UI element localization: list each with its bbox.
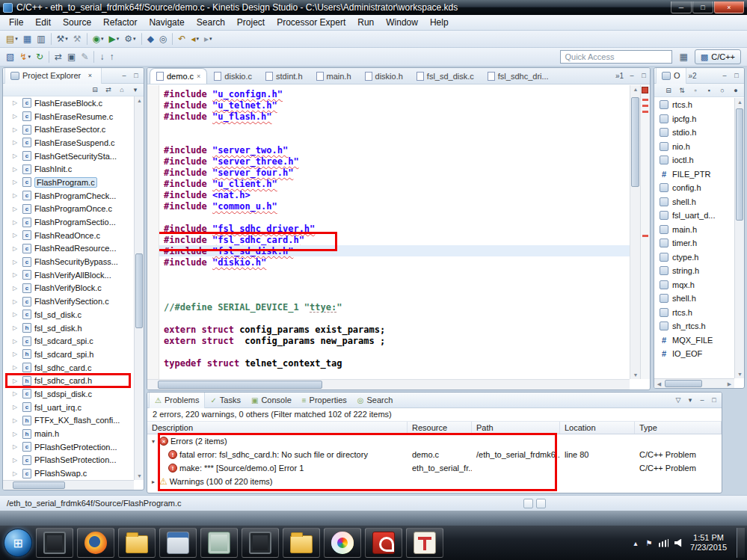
hide-static-button[interactable]: ▪ xyxy=(703,84,715,96)
menu-item[interactable]: Navigate xyxy=(143,16,190,29)
expand-arrow-icon[interactable]: ▷ xyxy=(13,153,19,159)
expand-arrow-icon[interactable]: ▷ xyxy=(13,126,19,133)
windows-explorer-icon[interactable] xyxy=(118,528,156,558)
textpad-icon[interactable] xyxy=(406,528,443,558)
build-button[interactable]: ⚒ ▾ xyxy=(55,31,70,46)
tree-item[interactable]: ▷ c FlashProgramOnce.c xyxy=(3,203,134,216)
column-resource[interactable]: Resource xyxy=(408,422,472,434)
editor-tab[interactable]: main.h xyxy=(310,68,358,84)
expand-arrow-icon[interactable]: ▷ xyxy=(13,271,19,278)
scrollbar-thumb[interactable] xyxy=(13,481,65,489)
expand-arrow-icon[interactable]: ▷ xyxy=(13,113,19,120)
outline-item[interactable]: # MQX_FILE xyxy=(654,333,734,348)
tree-item[interactable]: ▷ c FlashVerifySection.c xyxy=(3,295,134,308)
code-editor[interactable]: × #include "u_confign.h" × #include "u_t… xyxy=(159,85,630,379)
problem-row[interactable]: ▸ ⚠ Warnings (100 of 220 items) xyxy=(147,475,722,488)
editor-tab[interactable]: fsl_sd_disk.c xyxy=(410,68,481,84)
view-tab[interactable]: ⚠ Problems xyxy=(149,393,205,408)
tree-item[interactable]: ▷ c FlashReadResource... xyxy=(3,242,134,256)
prev-annotation-button[interactable]: ↑ ▾ xyxy=(107,49,116,64)
external-tools-button[interactable]: ⚙ ▾ xyxy=(122,31,138,46)
outline-item[interactable]: config.h xyxy=(654,181,734,195)
scroll-right-icon[interactable]: ▶ xyxy=(725,380,734,388)
problem-row[interactable]: ▾ × Errors (2 items) xyxy=(147,434,722,448)
code-line[interactable]: × xyxy=(159,122,630,133)
tab-project-explorer[interactable]: Project Explorer × xyxy=(4,68,102,84)
hide-fields-button[interactable]: ▫ xyxy=(689,84,701,96)
outline-item[interactable]: string.h xyxy=(654,264,734,278)
code-line[interactable]: × #include "u_client.h" xyxy=(159,178,630,189)
new-project-button[interactable]: ▧ ▾ xyxy=(4,49,16,64)
outline-item[interactable]: main.h xyxy=(654,223,734,237)
tree-item[interactable]: ▷ c FlashProgramSectio... xyxy=(3,215,134,229)
collapse-all-button[interactable]: ⊟ xyxy=(89,84,101,96)
tab-overflow-indicator[interactable]: »1 xyxy=(613,72,626,80)
tree-item[interactable]: ▷ c FlashReadOnce.c xyxy=(3,229,134,242)
volume-icon[interactable] xyxy=(674,539,684,547)
forward-button[interactable]: ▸ ▾ xyxy=(202,31,215,46)
tree-item[interactable]: ▷ c FlashVerifyAllBlock... xyxy=(3,268,134,282)
minimize-icon[interactable]: – xyxy=(626,70,638,81)
expand-arrow-icon[interactable]: ▸ xyxy=(152,479,159,485)
code-line[interactable]: × #include <nat.h> xyxy=(159,189,630,200)
new-class-button[interactable]: ◆ ▾ xyxy=(145,31,156,46)
hxd-icon[interactable] xyxy=(200,528,238,558)
editor-tab[interactable]: diskio.h xyxy=(358,68,410,84)
adobe-reader-icon[interactable] xyxy=(365,528,402,558)
view-menu-button[interactable]: ▾ xyxy=(684,395,696,406)
outline-item[interactable]: mqx.h xyxy=(654,278,734,292)
expand-arrow-icon[interactable]: ▷ xyxy=(13,298,19,305)
window-titlebar[interactable]: C/C++ - eth_to_serial_frdmk64f/Source/de… xyxy=(0,0,747,15)
editor-vertical-scrollbar[interactable]: ▲ ▼ xyxy=(630,85,640,379)
tree-item[interactable]: ▷ c FlashEraseSuspend.c xyxy=(3,136,134,150)
tree-item[interactable]: ▷ h fsl_sdhc_card.h xyxy=(3,374,134,387)
expand-arrow-icon[interactable]: ▷ xyxy=(13,206,19,212)
expand-arrow-icon[interactable]: ▷ xyxy=(13,404,19,410)
new-button[interactable]: ▤ ▾ xyxy=(4,31,20,46)
close-button[interactable]: × xyxy=(714,1,744,13)
next-annotation-button[interactable]: ↓ ▾ xyxy=(97,49,106,64)
tree-item[interactable]: ▷ c fsl_sdcard_spi.c xyxy=(3,334,134,348)
expand-arrow-icon[interactable]: ▷ xyxy=(13,364,19,371)
code-line[interactable]: × extern struct config_params new_params… xyxy=(159,335,630,346)
scroll-left-icon[interactable]: ◀ xyxy=(654,380,664,388)
scrollbar-thumb[interactable] xyxy=(736,108,743,221)
folder-icon[interactable] xyxy=(283,528,320,558)
code-line[interactable]: × #include "diskio.h" xyxy=(159,256,630,268)
expand-arrow-icon[interactable]: ▷ xyxy=(13,351,19,357)
minimize-button[interactable]: ─ xyxy=(671,1,692,13)
filter-button[interactable]: ▽ xyxy=(672,395,684,406)
minimize-icon[interactable]: – xyxy=(719,70,731,81)
expand-arrow-icon[interactable]: ▷ xyxy=(13,311,19,318)
view-tab[interactable]: ◎ Search xyxy=(352,393,399,408)
tree-item[interactable]: ▷ c FlashEraseBlock.c xyxy=(3,96,134,110)
scroll-up-icon[interactable]: ▲ xyxy=(735,98,745,106)
outline-item[interactable]: ctype.h xyxy=(654,250,734,265)
tree-item[interactable]: ▷ h main.h xyxy=(3,427,134,440)
menu-item[interactable]: Project xyxy=(231,16,271,29)
menu-item[interactable]: Edit xyxy=(29,16,57,29)
toolbar-separator[interactable]: ▾ xyxy=(87,33,87,45)
code-line[interactable]: × #include "u_telnet.h" xyxy=(159,99,630,111)
tree-item[interactable]: ▷ c FlashProgramCheck... xyxy=(3,189,134,203)
menu-item[interactable]: Run xyxy=(351,16,380,29)
maximize-icon[interactable]: □ xyxy=(638,70,650,81)
maximize-button[interactable]: □ xyxy=(708,395,720,406)
close-tab-icon[interactable]: × xyxy=(197,73,200,80)
maximize-icon[interactable]: □ xyxy=(130,70,142,81)
explorer-horizontal-scrollbar[interactable] xyxy=(3,480,134,490)
menu-item[interactable]: Search xyxy=(191,16,231,29)
outline-item[interactable]: shell.h xyxy=(654,195,734,209)
tab-outline[interactable]: O xyxy=(656,68,686,84)
code-line[interactable]: × xyxy=(159,133,630,144)
minimize-button[interactable]: – xyxy=(696,395,708,406)
maximize-icon[interactable]: □ xyxy=(731,70,743,81)
outline-item[interactable]: ipcfg.h xyxy=(654,112,734,126)
start-button[interactable]: ⊞ xyxy=(4,529,32,557)
code-line[interactable]: × //#define SERIAL_DEVICE_1 "ttye:" xyxy=(159,301,630,313)
tree-item[interactable]: ▷ c fsl_sdspi_disk.c xyxy=(3,387,134,401)
tree-item[interactable]: ▷ h FTFx_KX_flash_confi... xyxy=(3,414,134,428)
scroll-up-icon[interactable]: ▲ xyxy=(135,96,144,105)
error-mark[interactable] xyxy=(642,105,648,107)
problem-row[interactable]: ! make: *** [Source/demo.o] Error 1 eth_… xyxy=(147,461,722,475)
